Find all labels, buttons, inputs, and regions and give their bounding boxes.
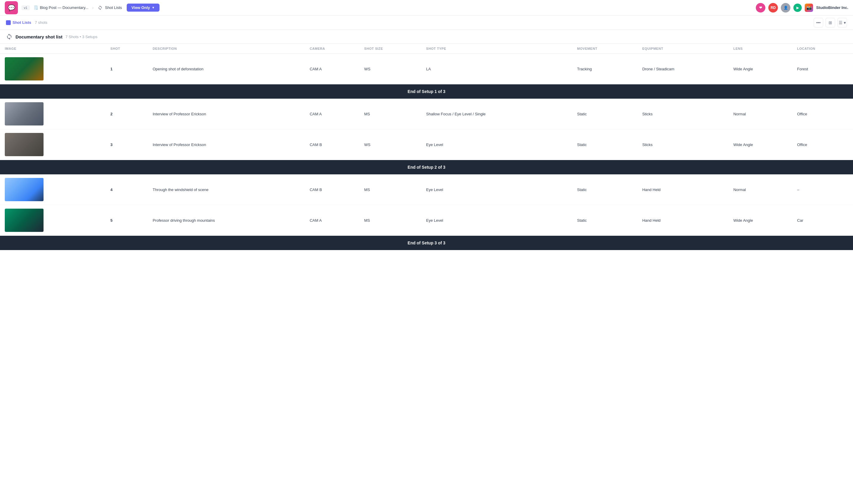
shot-equipment: Sticks [637,98,728,129]
version-label: v1 [24,6,28,10]
col-location: LOCATION [792,44,853,54]
shot-movement: Static [572,129,638,160]
shot-lens: Normal [729,98,793,129]
project-breadcrumb[interactable]: 🗒️ Blog Post — Documentary... [33,5,89,10]
shot-image [5,209,43,232]
shot-equipment: Hand Held [637,174,728,205]
tab-label: Shot Lists [13,20,31,25]
setup-divider: End of Setup 1 of 3 [0,84,853,99]
setup-divider: End of Setup 2 of 3 [0,160,853,175]
grid-view-button[interactable]: ⊞ [825,18,835,28]
shot-equipment: Sticks [637,129,728,160]
shot-image-cell [0,205,106,236]
shot-location: – [792,174,853,205]
shot-equipment: Hand Held [637,205,728,236]
shot-number: 1 [106,54,148,84]
view-only-button[interactable]: View Only ▼ [127,4,160,12]
table-row[interactable]: 5Professor driving through mountainsCAM … [0,205,853,236]
shot-movement: Static [572,205,638,236]
setup-divider: End of Setup 3 of 3 [0,236,853,250]
setup-divider-label: End of Setup 3 of 3 [0,236,853,250]
shot-lens: Wide Angle [729,54,793,84]
shot-lens: Wide Angle [729,205,793,236]
shot-equipment: Drone / Steadicam [637,54,728,84]
shot-shottype: LA [421,54,572,84]
shotlists-breadcrumb[interactable]: Shot Lists [97,5,122,11]
shot-image [5,133,43,156]
sync-icon [97,5,103,11]
shot-shotsize: WS [359,54,422,84]
list-meta: 7 Shots • 3 Setups [66,35,97,39]
user-2-avatar[interactable]: RD [768,3,778,13]
shot-location: Forest [792,54,853,84]
shot-shottype: Shallow Focus / Eye Level / Single [421,98,572,129]
shot-camera: CAM A [305,98,359,129]
brand-name: StudioBinder Inc. [816,5,848,10]
document-icon: 🗒️ [33,5,38,10]
chevron-down-icon: ▼ [152,6,155,9]
col-equipment: EQUIPMENT [637,44,728,54]
tab-icon [6,20,11,25]
user-1-avatar[interactable]: ❤ [756,3,765,13]
shot-lists-tab[interactable]: Shot Lists [6,20,31,25]
more-options-button[interactable]: ••• [814,18,823,28]
shot-camera: CAM B [305,129,359,160]
shot-description: Interview of Professor Erickson [148,129,305,160]
shot-shottype: Eye Level [421,129,572,160]
shot-image-cell [0,54,106,84]
table-row[interactable]: 3Interview of Professor EricksonCAM BWSE… [0,129,853,160]
shot-camera: CAM A [305,54,359,84]
shot-camera: CAM A [305,205,359,236]
shot-camera: CAM B [305,174,359,205]
shot-number: 2 [106,98,148,129]
shot-shottype: Eye Level [421,174,572,205]
view-only-label: View Only [131,5,150,10]
table-row[interactable]: 2Interview of Professor EricksonCAM AMSS… [0,98,853,129]
list-header: Documentary shot list 7 Shots • 3 Setups [0,30,853,44]
shot-movement: Static [572,174,638,205]
play-icon[interactable]: ▶ [793,4,802,12]
table-row[interactable]: 1Opening shot of deforestationCAM AWSLAT… [0,54,853,84]
col-shot: SHOT [106,44,148,54]
shot-number: 3 [106,129,148,160]
shot-location: Office [792,129,853,160]
shot-shotsize: MS [359,98,422,129]
shot-shotsize: MS [359,205,422,236]
version-badge: v1 [21,5,30,10]
shot-movement: Static [572,98,638,129]
sub-nav: Shot Lists 7 shots ••• ⊞ ☰ ▾ [0,16,853,30]
col-image: IMAGE [0,44,106,54]
col-description: DESCRIPTION [148,44,305,54]
shot-image [5,57,43,80]
setup-divider-label: End of Setup 2 of 3 [0,160,853,175]
sync-icon [6,33,13,40]
shot-number: 4 [106,174,148,205]
shot-movement: Tracking [572,54,638,84]
col-movement: MOVEMENT [572,44,638,54]
user-3-avatar[interactable]: 👤 [781,3,790,13]
instagram-icon[interactable]: 📸 [805,4,813,12]
shot-location: Car [792,205,853,236]
shot-description: Professor driving through mountains [148,205,305,236]
setup-divider-label: End of Setup 1 of 3 [0,84,853,99]
shots-count: 7 shots [35,20,48,25]
shot-shotsize: MS [359,174,422,205]
shot-shottype: Eye Level [421,205,572,236]
list-view-button[interactable]: ☰ ▾ [837,18,847,28]
app-logo-icon: 💬 [5,1,18,14]
top-nav: 💬 v1 🗒️ Blog Post — Documentary... › Sho… [0,0,853,16]
shot-shotsize: WS [359,129,422,160]
shot-image-cell [0,98,106,129]
col-shot-type: SHOT TYPE [421,44,572,54]
nav-separator: › [92,5,94,11]
shot-image [5,102,43,125]
table-row[interactable]: 4Through the windshield of sceneCAM BMSE… [0,174,853,205]
shot-image-cell [0,174,106,205]
list-title: Documentary shot list [16,34,63,39]
shot-description: Opening shot of deforestation [148,54,305,84]
sub-nav-actions: ••• ⊞ ☰ ▾ [814,18,847,28]
top-nav-right: ❤ RD 👤 ▶ 📸 StudioBinder Inc. [756,3,848,13]
shot-image-cell [0,129,106,160]
project-name: Blog Post — Documentary... [40,5,89,10]
shotlists-label: Shot Lists [105,5,122,10]
